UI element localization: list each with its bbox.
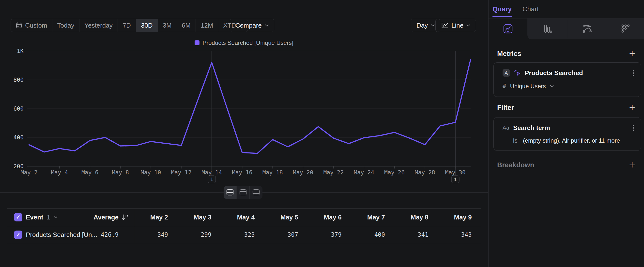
date-column-header[interactable]: May 4 xyxy=(218,208,255,226)
aggregation-selector: Unique Users xyxy=(510,83,546,90)
line-chart-icon xyxy=(441,22,448,29)
event-spark-icon xyxy=(514,70,521,76)
date-column-header[interactable]: May 5 xyxy=(261,208,298,226)
table-header-row: ✓ Event 1 xyxy=(14,208,58,226)
view-toggle-split[interactable] xyxy=(224,186,237,199)
date-column-header[interactable]: May 7 xyxy=(348,208,385,226)
event-count: 1 xyxy=(47,213,50,221)
insights-report-app: CustomTodayYesterday7D30D3M6M12MXTD Comp… xyxy=(0,0,644,267)
x-axis-label: May 14 xyxy=(202,169,222,176)
data-table: ✓ Event 1 Average ✓ Products Searched [U… xyxy=(0,208,488,243)
type-tab-funnels[interactable] xyxy=(528,18,567,39)
x-axis-label: May 16 xyxy=(232,169,252,176)
report-type-tabs xyxy=(488,18,644,39)
add-metric-button[interactable]: + xyxy=(629,49,635,59)
chevron-down-icon xyxy=(550,85,554,87)
filter-section-header: Filter + xyxy=(497,102,635,113)
insights-line-icon xyxy=(503,24,513,34)
filter-title: Filter xyxy=(497,104,514,112)
chart-only-view-icon xyxy=(239,189,247,196)
panel-tabs: QueryChart xyxy=(488,0,644,18)
x-axis-label: May 22 xyxy=(323,169,344,176)
chevron-down-icon xyxy=(431,24,435,27)
x-axis-label: May 24 xyxy=(354,169,374,176)
x-axis-label: May 30 xyxy=(445,169,466,176)
chevron-down-icon xyxy=(466,24,470,27)
tab-query[interactable]: Query xyxy=(492,0,512,18)
date-column-header[interactable]: May 9 xyxy=(435,208,472,226)
range-option-today[interactable]: Today xyxy=(52,19,80,32)
view-toggle-chart[interactable] xyxy=(237,186,250,199)
breakdown-section-header: Breakdown + xyxy=(497,160,635,170)
breakdown-title: Breakdown xyxy=(497,161,534,169)
chart-type-button[interactable]: Line xyxy=(436,19,476,32)
date-value-cell: 379 xyxy=(305,226,342,243)
date-column-header[interactable]: May 8 xyxy=(391,208,428,226)
filter-operator: Is xyxy=(513,137,518,144)
y-axis-label: 800 xyxy=(13,77,24,83)
date-value-cell: 341 xyxy=(391,226,428,243)
metric-letter-badge: A xyxy=(502,69,510,77)
select-all-checkbox[interactable]: ✓ xyxy=(14,213,22,221)
filter-values: (empty string), Air purifier, or 11 more xyxy=(523,137,620,144)
date-column-header[interactable]: May 6 xyxy=(305,208,342,226)
metrics-section-header: Metrics + xyxy=(497,48,635,59)
hash-icon: # xyxy=(502,83,506,90)
range-option-yesterday[interactable]: Yesterday xyxy=(80,19,118,32)
metric-kebab-icon[interactable] xyxy=(632,69,635,77)
compare-button[interactable]: Compare xyxy=(230,19,274,32)
range-option-30d[interactable]: 30D xyxy=(136,19,158,32)
average-column-header[interactable]: Average xyxy=(62,208,118,226)
add-breakdown-button[interactable]: + xyxy=(629,160,635,170)
y-axis-label: 200 xyxy=(13,163,24,169)
x-axis-label: May 20 xyxy=(293,169,314,176)
range-option-12m[interactable]: 12M xyxy=(196,19,218,32)
metrics-title: Metrics xyxy=(497,50,521,58)
metric-card[interactable]: A Products Searched # Unique Users xyxy=(494,62,641,97)
calendar-icon xyxy=(16,22,22,29)
sort-icon[interactable] xyxy=(122,214,129,221)
chevron-down-icon[interactable] xyxy=(54,216,58,218)
x-axis-label: May 18 xyxy=(262,169,283,176)
y-axis-label: 400 xyxy=(13,134,24,141)
add-filter-button[interactable]: + xyxy=(629,102,635,113)
filter-card[interactable]: Aa Search term Is (empty string), Air pu… xyxy=(494,117,641,151)
series-line xyxy=(29,60,470,153)
type-tab-retention[interactable] xyxy=(607,18,644,39)
x-axis-label: May 6 xyxy=(82,169,98,176)
filter-clause-row[interactable]: Is (empty string), Air purifier, or 11 m… xyxy=(513,136,635,146)
line-chart: 2004006008001KMay 2May 4May 6May 8May 10… xyxy=(0,35,488,187)
view-toggle xyxy=(224,186,262,199)
type-tab-insights[interactable] xyxy=(488,18,528,39)
funnel-bars-icon xyxy=(542,24,552,34)
aggregation-row[interactable]: # Unique Users xyxy=(502,81,635,91)
view-toggle-table[interactable] xyxy=(250,186,262,199)
range-option-custom[interactable]: Custom xyxy=(11,19,52,32)
date-value-cell: 400 xyxy=(348,226,385,243)
tab-chart[interactable]: Chart xyxy=(522,0,539,18)
x-axis-label: May 12 xyxy=(171,169,192,176)
date-column-header[interactable]: May 2 xyxy=(131,208,168,226)
date-value-cell: 343 xyxy=(435,226,472,243)
chart-type-label: Line xyxy=(452,22,464,29)
date-value-cell: 349 xyxy=(131,226,168,243)
flows-icon xyxy=(582,24,592,34)
row-checkbox[interactable]: ✓ xyxy=(14,230,22,239)
metric-event-name: Products Searched xyxy=(525,69,628,77)
filter-kebab-icon[interactable] xyxy=(632,124,635,132)
date-range-toolbar: CustomTodayYesterday7D30D3M6M12MXTD xyxy=(10,19,248,32)
range-option-3m[interactable]: 3M xyxy=(158,19,177,32)
date-column-header[interactable]: May 3 xyxy=(174,208,211,226)
compare-label: Compare xyxy=(236,22,262,29)
range-option-6m[interactable]: 6M xyxy=(177,19,196,32)
date-value-cell: 323 xyxy=(218,226,255,243)
x-axis-label: May 10 xyxy=(141,169,161,176)
query-panel: QueryChart xyxy=(488,0,644,267)
type-tab-flows[interactable] xyxy=(567,18,607,39)
chevron-down-icon xyxy=(265,24,268,27)
annotation-badge-label: 1 xyxy=(454,176,457,182)
date-value-cell: 307 xyxy=(261,226,298,243)
retention-dots-icon xyxy=(620,24,631,34)
x-axis-label: May 26 xyxy=(384,169,405,176)
range-option-7d[interactable]: 7D xyxy=(118,19,136,32)
